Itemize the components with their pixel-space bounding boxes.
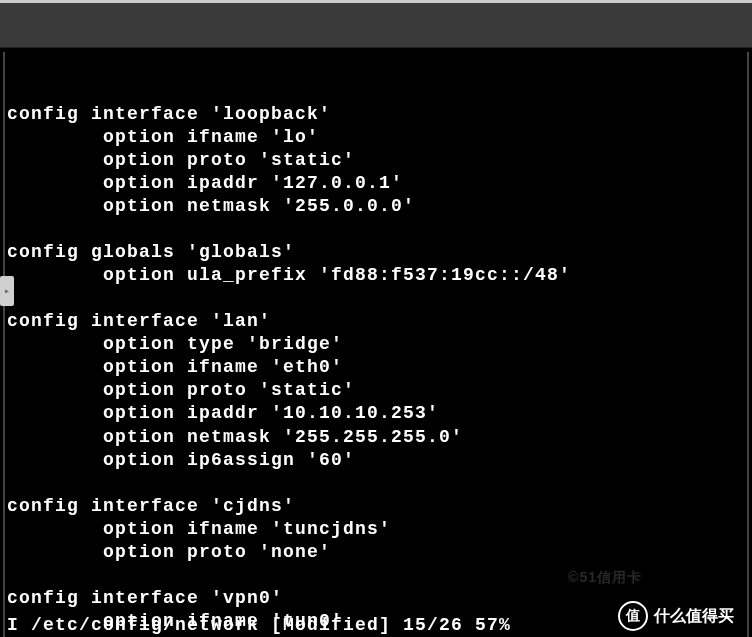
badge-char: 值 bbox=[626, 607, 640, 625]
editor-line: option proto 'static' bbox=[7, 149, 745, 172]
editor-line: option netmask '255.255.255.0' bbox=[7, 426, 745, 449]
editor-line bbox=[7, 287, 745, 310]
editor-line: option ipaddr '10.10.10.253' bbox=[7, 402, 745, 425]
editor-line: config interface 'cjdns' bbox=[7, 495, 745, 518]
editor-line: option ip6assign '60' bbox=[7, 449, 745, 472]
badge-label: 什么值得买 bbox=[654, 606, 734, 627]
editor-line bbox=[7, 80, 745, 103]
editor-line bbox=[7, 218, 745, 241]
window-titlebar bbox=[0, 0, 752, 48]
editor-line: option proto 'none' bbox=[7, 541, 745, 564]
editor-line: option netmask '255.0.0.0' bbox=[7, 195, 745, 218]
badge-icon: 值 bbox=[618, 601, 648, 631]
editor-viewport[interactable]: config interface 'loopback' option ifnam… bbox=[7, 57, 745, 637]
editor-line: option ifname 'lo' bbox=[7, 126, 745, 149]
watermark-text: ©51信用卡 bbox=[568, 569, 642, 587]
editor-line: option proto 'static' bbox=[7, 379, 745, 402]
site-badge: 值 什么值得买 bbox=[618, 601, 734, 631]
editor-line: option ipaddr '127.0.0.1' bbox=[7, 172, 745, 195]
editor-line: option type 'bridge' bbox=[7, 333, 745, 356]
editor-line: config globals 'globals' bbox=[7, 241, 745, 264]
editor-line: option ula_prefix 'fd88:f537:19cc::/48' bbox=[7, 264, 745, 287]
editor-line bbox=[7, 57, 745, 80]
editor-line bbox=[7, 472, 745, 495]
editor-line: option ifname 'eth0' bbox=[7, 356, 745, 379]
editor-line: config interface 'loopback' bbox=[7, 103, 745, 126]
editor-line: config interface 'lan' bbox=[7, 310, 745, 333]
editor-line: option ifname 'tuncjdns' bbox=[7, 518, 745, 541]
